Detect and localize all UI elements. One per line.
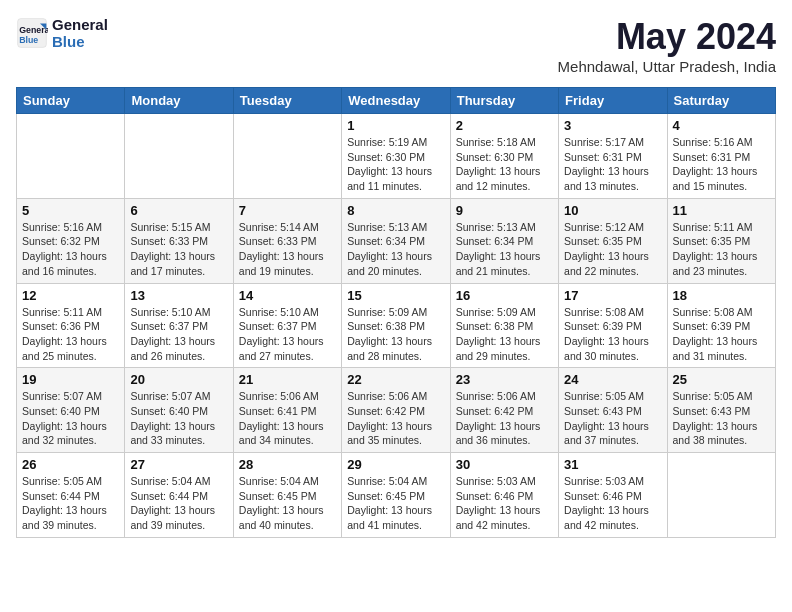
- day-info: Sunrise: 5:04 AM Sunset: 6:45 PM Dayligh…: [239, 474, 336, 533]
- day-number: 7: [239, 203, 336, 218]
- calendar-day-cell: 10Sunrise: 5:12 AM Sunset: 6:35 PM Dayli…: [559, 198, 667, 283]
- calendar-empty-cell: [233, 114, 341, 199]
- calendar-day-cell: 3Sunrise: 5:17 AM Sunset: 6:31 PM Daylig…: [559, 114, 667, 199]
- day-info: Sunrise: 5:10 AM Sunset: 6:37 PM Dayligh…: [130, 305, 227, 364]
- calendar-day-cell: 5Sunrise: 5:16 AM Sunset: 6:32 PM Daylig…: [17, 198, 125, 283]
- day-number: 28: [239, 457, 336, 472]
- day-number: 27: [130, 457, 227, 472]
- calendar-day-cell: 28Sunrise: 5:04 AM Sunset: 6:45 PM Dayli…: [233, 453, 341, 538]
- calendar-day-cell: 2Sunrise: 5:18 AM Sunset: 6:30 PM Daylig…: [450, 114, 558, 199]
- day-number: 31: [564, 457, 661, 472]
- page-header: General Blue General Blue May 2024 Mehnd…: [16, 16, 776, 75]
- day-info: Sunrise: 5:16 AM Sunset: 6:32 PM Dayligh…: [22, 220, 119, 279]
- day-number: 24: [564, 372, 661, 387]
- day-info: Sunrise: 5:03 AM Sunset: 6:46 PM Dayligh…: [456, 474, 553, 533]
- day-number: 29: [347, 457, 444, 472]
- calendar-day-cell: 31Sunrise: 5:03 AM Sunset: 6:46 PM Dayli…: [559, 453, 667, 538]
- day-number: 21: [239, 372, 336, 387]
- day-info: Sunrise: 5:04 AM Sunset: 6:44 PM Dayligh…: [130, 474, 227, 533]
- day-info: Sunrise: 5:05 AM Sunset: 6:43 PM Dayligh…: [673, 389, 770, 448]
- day-info: Sunrise: 5:15 AM Sunset: 6:33 PM Dayligh…: [130, 220, 227, 279]
- day-info: Sunrise: 5:08 AM Sunset: 6:39 PM Dayligh…: [564, 305, 661, 364]
- calendar-day-cell: 15Sunrise: 5:09 AM Sunset: 6:38 PM Dayli…: [342, 283, 450, 368]
- day-info: Sunrise: 5:14 AM Sunset: 6:33 PM Dayligh…: [239, 220, 336, 279]
- day-info: Sunrise: 5:13 AM Sunset: 6:34 PM Dayligh…: [347, 220, 444, 279]
- day-number: 30: [456, 457, 553, 472]
- day-info: Sunrise: 5:04 AM Sunset: 6:45 PM Dayligh…: [347, 474, 444, 533]
- calendar-day-cell: 29Sunrise: 5:04 AM Sunset: 6:45 PM Dayli…: [342, 453, 450, 538]
- calendar-day-cell: 11Sunrise: 5:11 AM Sunset: 6:35 PM Dayli…: [667, 198, 775, 283]
- day-info: Sunrise: 5:03 AM Sunset: 6:46 PM Dayligh…: [564, 474, 661, 533]
- day-number: 6: [130, 203, 227, 218]
- month-title: May 2024: [558, 16, 776, 58]
- day-info: Sunrise: 5:09 AM Sunset: 6:38 PM Dayligh…: [456, 305, 553, 364]
- weekday-header-tuesday: Tuesday: [233, 88, 341, 114]
- calendar-week-row: 1Sunrise: 5:19 AM Sunset: 6:30 PM Daylig…: [17, 114, 776, 199]
- calendar-day-cell: 8Sunrise: 5:13 AM Sunset: 6:34 PM Daylig…: [342, 198, 450, 283]
- day-info: Sunrise: 5:16 AM Sunset: 6:31 PM Dayligh…: [673, 135, 770, 194]
- day-number: 25: [673, 372, 770, 387]
- weekday-header-monday: Monday: [125, 88, 233, 114]
- day-info: Sunrise: 5:06 AM Sunset: 6:42 PM Dayligh…: [347, 389, 444, 448]
- day-number: 26: [22, 457, 119, 472]
- calendar-day-cell: 6Sunrise: 5:15 AM Sunset: 6:33 PM Daylig…: [125, 198, 233, 283]
- day-info: Sunrise: 5:06 AM Sunset: 6:41 PM Dayligh…: [239, 389, 336, 448]
- calendar-week-row: 5Sunrise: 5:16 AM Sunset: 6:32 PM Daylig…: [17, 198, 776, 283]
- day-number: 23: [456, 372, 553, 387]
- logo-blue: Blue: [52, 33, 108, 50]
- calendar-day-cell: 22Sunrise: 5:06 AM Sunset: 6:42 PM Dayli…: [342, 368, 450, 453]
- day-info: Sunrise: 5:09 AM Sunset: 6:38 PM Dayligh…: [347, 305, 444, 364]
- calendar-day-cell: 12Sunrise: 5:11 AM Sunset: 6:36 PM Dayli…: [17, 283, 125, 368]
- day-number: 2: [456, 118, 553, 133]
- calendar-week-row: 12Sunrise: 5:11 AM Sunset: 6:36 PM Dayli…: [17, 283, 776, 368]
- calendar-day-cell: 24Sunrise: 5:05 AM Sunset: 6:43 PM Dayli…: [559, 368, 667, 453]
- day-info: Sunrise: 5:12 AM Sunset: 6:35 PM Dayligh…: [564, 220, 661, 279]
- calendar-day-cell: 20Sunrise: 5:07 AM Sunset: 6:40 PM Dayli…: [125, 368, 233, 453]
- logo: General Blue General Blue: [16, 16, 108, 50]
- day-number: 11: [673, 203, 770, 218]
- day-number: 20: [130, 372, 227, 387]
- day-info: Sunrise: 5:05 AM Sunset: 6:44 PM Dayligh…: [22, 474, 119, 533]
- day-info: Sunrise: 5:07 AM Sunset: 6:40 PM Dayligh…: [22, 389, 119, 448]
- title-block: May 2024 Mehndawal, Uttar Pradesh, India: [558, 16, 776, 75]
- logo-icon: General Blue: [16, 17, 48, 49]
- day-number: 4: [673, 118, 770, 133]
- day-info: Sunrise: 5:05 AM Sunset: 6:43 PM Dayligh…: [564, 389, 661, 448]
- calendar-day-cell: 21Sunrise: 5:06 AM Sunset: 6:41 PM Dayli…: [233, 368, 341, 453]
- day-number: 8: [347, 203, 444, 218]
- calendar-week-row: 26Sunrise: 5:05 AM Sunset: 6:44 PM Dayli…: [17, 453, 776, 538]
- day-number: 19: [22, 372, 119, 387]
- day-info: Sunrise: 5:11 AM Sunset: 6:36 PM Dayligh…: [22, 305, 119, 364]
- day-info: Sunrise: 5:08 AM Sunset: 6:39 PM Dayligh…: [673, 305, 770, 364]
- day-info: Sunrise: 5:13 AM Sunset: 6:34 PM Dayligh…: [456, 220, 553, 279]
- calendar-day-cell: 18Sunrise: 5:08 AM Sunset: 6:39 PM Dayli…: [667, 283, 775, 368]
- calendar-empty-cell: [125, 114, 233, 199]
- calendar-day-cell: 26Sunrise: 5:05 AM Sunset: 6:44 PM Dayli…: [17, 453, 125, 538]
- calendar-empty-cell: [17, 114, 125, 199]
- calendar-day-cell: 27Sunrise: 5:04 AM Sunset: 6:44 PM Dayli…: [125, 453, 233, 538]
- calendar-day-cell: 9Sunrise: 5:13 AM Sunset: 6:34 PM Daylig…: [450, 198, 558, 283]
- calendar-day-cell: 25Sunrise: 5:05 AM Sunset: 6:43 PM Dayli…: [667, 368, 775, 453]
- day-number: 5: [22, 203, 119, 218]
- day-info: Sunrise: 5:19 AM Sunset: 6:30 PM Dayligh…: [347, 135, 444, 194]
- calendar-day-cell: 14Sunrise: 5:10 AM Sunset: 6:37 PM Dayli…: [233, 283, 341, 368]
- calendar-day-cell: 13Sunrise: 5:10 AM Sunset: 6:37 PM Dayli…: [125, 283, 233, 368]
- day-number: 3: [564, 118, 661, 133]
- day-number: 9: [456, 203, 553, 218]
- day-number: 14: [239, 288, 336, 303]
- day-number: 10: [564, 203, 661, 218]
- calendar-table: SundayMondayTuesdayWednesdayThursdayFrid…: [16, 87, 776, 538]
- day-info: Sunrise: 5:07 AM Sunset: 6:40 PM Dayligh…: [130, 389, 227, 448]
- day-number: 22: [347, 372, 444, 387]
- weekday-header-sunday: Sunday: [17, 88, 125, 114]
- calendar-day-cell: 30Sunrise: 5:03 AM Sunset: 6:46 PM Dayli…: [450, 453, 558, 538]
- location-title: Mehndawal, Uttar Pradesh, India: [558, 58, 776, 75]
- day-number: 17: [564, 288, 661, 303]
- weekday-header-saturday: Saturday: [667, 88, 775, 114]
- day-number: 18: [673, 288, 770, 303]
- calendar-day-cell: 19Sunrise: 5:07 AM Sunset: 6:40 PM Dayli…: [17, 368, 125, 453]
- weekday-header-wednesday: Wednesday: [342, 88, 450, 114]
- day-info: Sunrise: 5:11 AM Sunset: 6:35 PM Dayligh…: [673, 220, 770, 279]
- day-number: 12: [22, 288, 119, 303]
- day-number: 13: [130, 288, 227, 303]
